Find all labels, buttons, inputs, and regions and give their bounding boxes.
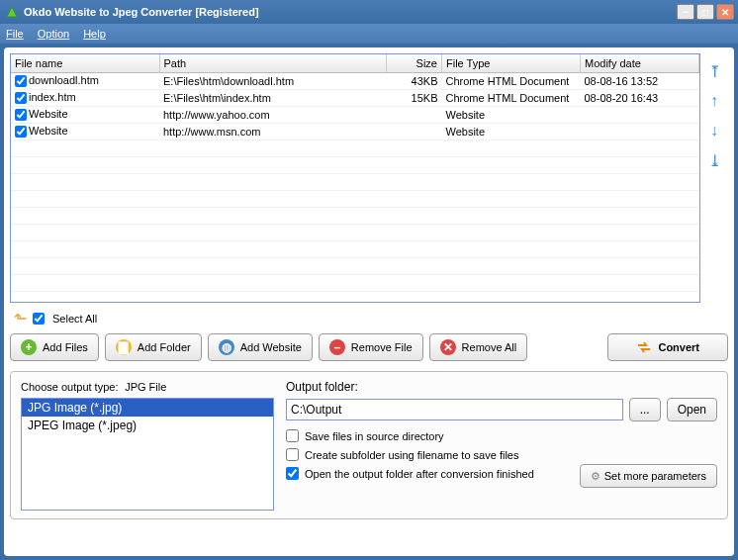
select-all-checkbox[interactable] <box>33 313 45 325</box>
window-title: Okdo Website to Jpeg Converter [Register… <box>24 6 259 18</box>
add-folder-label: Add Folder <box>138 341 191 353</box>
table-row <box>11 257 699 274</box>
convert-icon <box>636 339 652 355</box>
table-row <box>11 207 699 224</box>
save-in-source-checkbox[interactable] <box>286 429 299 442</box>
maximize-button[interactable]: □ <box>696 4 714 20</box>
convert-button[interactable]: Convert <box>607 333 728 361</box>
col-size[interactable]: Size <box>387 54 442 72</box>
menu-help[interactable]: Help <box>83 28 106 40</box>
open-after-checkbox[interactable] <box>286 467 299 480</box>
menu-bar: File Option Help <box>0 24 738 44</box>
menu-file[interactable]: File <box>6 28 24 40</box>
row-checkbox[interactable] <box>15 126 27 138</box>
x-icon: ✕ <box>440 339 456 355</box>
table-row <box>11 274 699 291</box>
more-parameters-label: Set more parameters <box>604 470 706 482</box>
add-folder-button[interactable]: ▇Add Folder <box>105 333 202 361</box>
output-folder-label: Output folder: <box>286 380 717 394</box>
save-in-source-label: Save files in source directory <box>305 430 444 442</box>
table-row <box>11 224 699 240</box>
select-all-label: Select All <box>52 313 97 325</box>
main-content: File name Path Size File Type Modify dat… <box>4 47 734 556</box>
close-button[interactable]: ✕ <box>716 4 734 20</box>
table-row <box>11 240 699 257</box>
minus-icon: – <box>329 339 345 355</box>
output-panel: Choose output type: JPG File JPG Image (… <box>10 371 728 519</box>
add-website-label: Add Website <box>240 341 302 353</box>
table-row[interactable]: downloadl.htmE:\Files\htm\downloadl.htm4… <box>11 72 699 89</box>
reorder-buttons: ⤒ ↑ ↓ ⤓ <box>700 53 728 303</box>
folder-icon: ▇ <box>116 339 132 355</box>
table-row <box>11 190 699 207</box>
move-bottom-icon[interactable]: ⤓ <box>704 150 724 170</box>
row-checkbox[interactable] <box>15 92 27 104</box>
app-icon <box>4 4 20 20</box>
remove-file-button[interactable]: –Remove File <box>319 333 423 361</box>
move-top-icon[interactable]: ⤒ <box>704 61 724 81</box>
row-checkbox[interactable] <box>15 75 27 87</box>
menu-option[interactable]: Option <box>38 28 69 40</box>
type-option-jpeg[interactable]: JPEG Image (*.jpeg) <box>22 417 273 434</box>
globe-icon: ◍ <box>219 339 234 355</box>
col-path[interactable]: Path <box>159 54 387 72</box>
col-filename[interactable]: File name <box>11 54 159 72</box>
open-folder-button[interactable]: Open <box>667 398 717 421</box>
file-list[interactable]: File name Path Size File Type Modify dat… <box>10 53 700 303</box>
table-row <box>11 140 699 156</box>
type-option-jpg[interactable]: JPG Image (*.jpg) <box>22 399 273 417</box>
table-row <box>11 156 699 173</box>
remove-file-label: Remove File <box>351 341 413 353</box>
minimize-button[interactable]: － <box>677 4 694 20</box>
toolbar: +Add Files ▇Add Folder ◍Add Website –Rem… <box>10 333 728 361</box>
remove-all-label: Remove All <box>462 341 517 353</box>
add-website-button[interactable]: ◍Add Website <box>208 333 313 361</box>
open-after-label: Open the output folder after conversion … <box>305 468 534 480</box>
add-files-button[interactable]: +Add Files <box>10 333 99 361</box>
table-row <box>11 173 699 190</box>
move-down-icon[interactable]: ↓ <box>704 121 724 140</box>
move-up-icon[interactable]: ↑ <box>704 91 724 111</box>
table-row[interactable]: Websitehttp://www.yahoo.comWebsite <box>11 106 699 123</box>
table-row <box>11 291 699 303</box>
output-folder-input[interactable] <box>286 399 623 420</box>
more-parameters-button[interactable]: ⚙ Set more parameters <box>580 464 717 488</box>
browse-button[interactable]: ... <box>629 398 661 421</box>
table-row[interactable]: Websitehttp://www.msn.comWebsite <box>11 123 699 140</box>
table-row[interactable]: index.htmE:\Files\htm\index.htm15KBChrom… <box>11 89 699 106</box>
remove-all-button[interactable]: ✕Remove All <box>429 333 528 361</box>
row-checkbox[interactable] <box>15 109 27 121</box>
plus-icon: + <box>21 339 37 355</box>
add-files-label: Add Files <box>43 341 88 353</box>
col-filetype[interactable]: File Type <box>442 54 581 72</box>
convert-label: Convert <box>658 341 699 353</box>
folder-up-icon[interactable]: ⬑ <box>14 309 27 327</box>
output-type-label: Choose output type: JPG File <box>21 380 274 394</box>
output-type-list[interactable]: JPG Image (*.jpg) JPEG Image (*.jpeg) <box>21 398 274 511</box>
create-subfolder-label: Create subfolder using filename to save … <box>305 449 518 461</box>
gear-icon: ⚙ <box>591 470 600 482</box>
create-subfolder-checkbox[interactable] <box>286 448 299 461</box>
col-modify[interactable]: Modify date <box>581 54 699 72</box>
title-bar: Okdo Website to Jpeg Converter [Register… <box>0 0 738 24</box>
